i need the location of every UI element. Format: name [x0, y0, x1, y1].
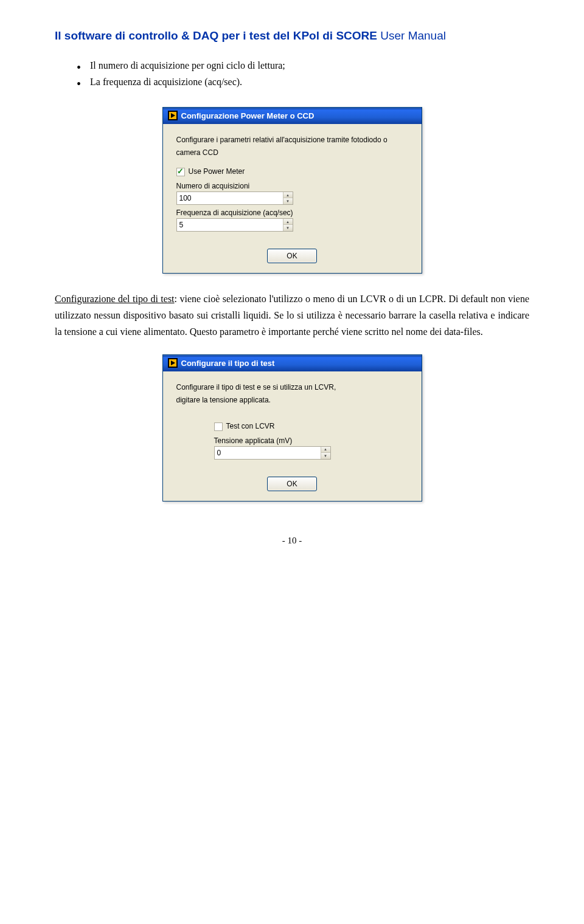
dialog1-titlebar: Configurazione Power Meter o CCD	[163, 108, 422, 124]
dialog1-ok-label: OK	[287, 252, 297, 260]
dialog-config-power-meter: Configurazione Power Meter o CCD Configu…	[162, 107, 422, 273]
header-title-rest: User Manual	[377, 29, 446, 42]
freq-spin-up[interactable]: ▲	[283, 219, 293, 226]
para1-link: Configurazione del tipo di test	[55, 294, 175, 304]
freq-spin-down[interactable]: ▼	[283, 225, 293, 231]
header-title-bold: Il software di controllo & DAQ per i tes…	[55, 29, 377, 42]
dialog2-ok-label: OK	[287, 480, 297, 488]
bullet-item-2: La frequenza di acquisizione (acq/sec).	[77, 74, 529, 90]
page-header: Il software di controllo & DAQ per i tes…	[55, 29, 529, 43]
num-acquisitions-input[interactable]: 100 ▲ ▼	[176, 191, 293, 205]
num-acq-spin-down[interactable]: ▼	[283, 198, 293, 204]
num-acquisitions-value: 100	[177, 192, 283, 204]
paragraph-1: Configurazione del tipo di test: viene c…	[55, 291, 529, 340]
num-acq-spin-up[interactable]: ▲	[283, 192, 293, 199]
tension-spin-down[interactable]: ▼	[321, 453, 330, 459]
dialog1-title-text: Configurazione Power Meter o CCD	[181, 111, 315, 120]
tension-spin-up[interactable]: ▲	[321, 447, 330, 453]
freq-value: 5	[177, 219, 283, 231]
bullet-list: Il numero di acquisizione per ogni ciclo…	[77, 57, 529, 90]
freq-input[interactable]: 5 ▲ ▼	[176, 218, 293, 232]
tension-input[interactable]: 0 ▲ ▼	[214, 446, 331, 460]
use-power-meter-label: Use Power Meter	[189, 167, 245, 176]
bullet-item-1: Il numero di acquisizione per ogni ciclo…	[77, 57, 529, 74]
tension-label: Tensione applicata (mV)	[214, 436, 408, 445]
dialog1-ok-button[interactable]: OK	[267, 249, 317, 263]
freq-label: Frequenza di acquisizione (acq/sec)	[176, 209, 408, 217]
dialog2-title-text: Configurare il tipo di test	[181, 359, 275, 368]
dialog2-ok-button[interactable]: OK	[267, 477, 317, 491]
dialog-config-test-type: Configurare il tipo di test Configurare …	[162, 354, 422, 501]
test-lcvr-label: Test con LCVR	[226, 422, 275, 430]
labview-icon	[168, 358, 178, 368]
page-number: - 10 -	[55, 536, 529, 546]
use-power-meter-checkbox[interactable]	[176, 168, 185, 176]
dialog2-titlebar: Configurare il tipo di test	[163, 355, 422, 371]
dialog2-desc-line2: digitare la tensione applicata.	[176, 395, 408, 405]
test-lcvr-checkbox[interactable]	[214, 422, 223, 431]
dialog2-desc-line1: Configurare il tipo di test e se si util…	[176, 382, 408, 392]
labview-icon	[168, 111, 178, 120]
dialog1-desc-line1: Configurare i parametri relativi all'acq…	[176, 135, 408, 145]
num-acquisitions-label: Numero di acquisizioni	[176, 182, 408, 190]
tension-value: 0	[215, 447, 321, 459]
dialog1-desc-line2: camera CCD	[176, 148, 408, 157]
